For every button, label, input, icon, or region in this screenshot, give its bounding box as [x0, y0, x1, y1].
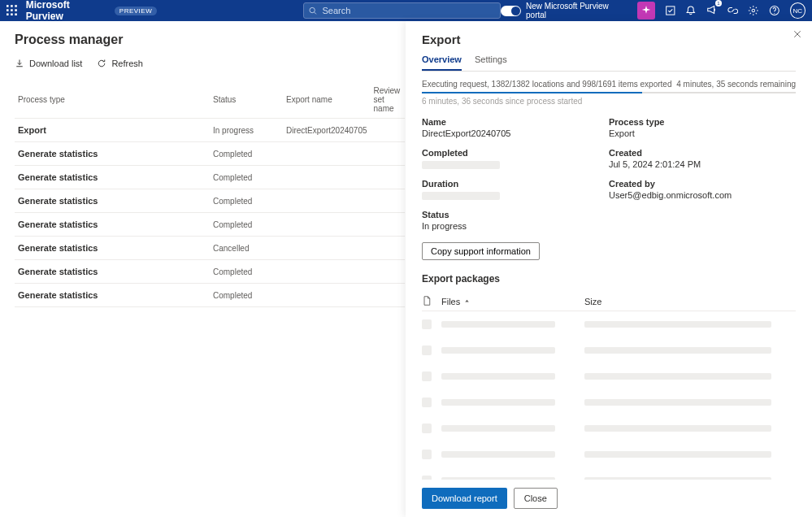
link-icon[interactable]	[727, 5, 739, 16]
sort-asc-icon	[463, 298, 471, 306]
cell-status: Completed	[210, 142, 283, 166]
cell-review-set	[371, 237, 405, 260]
remaining-text: 4 minutes, 35 seconds remaining	[676, 80, 796, 89]
svg-rect-11	[666, 7, 674, 15]
app-header: Microsoft Purview PREVIEW New Microsoft …	[0, 0, 812, 21]
cell-process-type: Generate statistics	[15, 284, 210, 307]
table-row[interactable]: Generate statisticsCompleted	[15, 189, 405, 213]
svg-point-14	[774, 13, 775, 14]
cell-export-name	[283, 189, 371, 213]
download-report-button[interactable]: Download report	[422, 488, 507, 509]
process-table: Process type Status Export name Review s…	[15, 81, 405, 307]
search-box[interactable]	[303, 2, 501, 19]
cell-review-set	[371, 142, 405, 166]
tab-overview[interactable]: Overview	[422, 54, 462, 71]
tab-settings[interactable]: Settings	[475, 54, 507, 71]
cell-process-type: Generate statistics	[15, 260, 210, 284]
table-row[interactable]: ExportIn progressDirectExport20240705	[15, 119, 405, 142]
brand-name[interactable]: Microsoft Purview	[26, 0, 108, 22]
process-type-label: Process type	[609, 117, 796, 127]
portal-toggle[interactable]	[501, 6, 521, 16]
copilot-button[interactable]	[637, 2, 654, 20]
file-icon	[422, 296, 432, 306]
table-row[interactable]: Generate statisticsCompleted	[15, 166, 405, 189]
svg-rect-3	[7, 9, 9, 11]
svg-rect-5	[15, 9, 17, 11]
toggle-label: New Microsoft Purview portal	[526, 2, 627, 20]
table-row[interactable]: Generate statisticsCompleted	[15, 260, 405, 284]
copy-support-button[interactable]: Copy support information	[422, 242, 540, 260]
elapsed-text: 6 minutes, 36 seconds since process star…	[422, 97, 796, 106]
feedback-button[interactable]: 1	[706, 4, 718, 18]
svg-point-12	[753, 9, 755, 11]
duration-label: Duration	[422, 179, 609, 189]
file-row	[422, 363, 796, 389]
svg-rect-7	[11, 13, 13, 15]
close-icon	[792, 29, 802, 39]
svg-rect-1	[11, 5, 13, 7]
cell-process-type: Generate statistics	[15, 142, 210, 166]
export-packages-title: Export packages	[422, 273, 796, 285]
progress-text: Executing request, 1382/1382 locations a…	[422, 80, 671, 89]
file-row	[422, 337, 796, 363]
size-column-header[interactable]: Size	[584, 297, 601, 306]
cell-status: Completed	[210, 213, 283, 237]
process-type-value: Export	[609, 128, 796, 138]
table-row[interactable]: Generate statisticsCompleted	[15, 284, 405, 307]
col-review-set[interactable]: Review set name	[371, 81, 405, 119]
cell-review-set	[371, 189, 405, 213]
cell-status: Completed	[210, 284, 283, 307]
preview-badge: PREVIEW	[115, 7, 157, 15]
download-icon	[15, 59, 24, 68]
svg-line-10	[315, 12, 316, 14]
refresh-button[interactable]: Refresh	[97, 59, 143, 68]
user-avatar[interactable]: NC	[790, 2, 805, 19]
cell-export-name	[283, 237, 371, 260]
table-row[interactable]: Generate statisticsCancelled	[15, 237, 405, 260]
file-row	[422, 311, 796, 337]
download-list-label: Download list	[29, 59, 82, 68]
help-icon[interactable]	[769, 5, 780, 16]
cell-export-name	[283, 213, 371, 237]
svg-rect-2	[15, 5, 17, 7]
col-process-type[interactable]: Process type	[15, 81, 210, 119]
svg-point-9	[310, 7, 315, 12]
cell-status: In progress	[210, 119, 283, 142]
table-row[interactable]: Generate statisticsCompleted	[15, 142, 405, 166]
cell-export-name: DirectExport20240705	[283, 119, 371, 142]
status-value: In progress	[422, 221, 609, 231]
cell-export-name	[283, 284, 371, 307]
cell-status: Cancelled	[210, 237, 283, 260]
col-status[interactable]: Status	[210, 81, 283, 119]
created-label: Created	[609, 148, 796, 158]
cell-process-type: Generate statistics	[15, 166, 210, 189]
export-panel: Export Overview Settings Executing reque…	[406, 21, 812, 517]
close-button[interactable]: Close	[514, 488, 558, 509]
gear-icon[interactable]	[748, 5, 759, 16]
duration-shimmer	[422, 192, 500, 200]
name-label: Name	[422, 117, 609, 127]
svg-rect-4	[11, 9, 13, 11]
cell-status: Completed	[210, 166, 283, 189]
progress-bar	[422, 92, 796, 93]
cell-review-set	[371, 119, 405, 142]
table-row[interactable]: Generate statisticsCompleted	[15, 213, 405, 237]
completed-shimmer	[422, 161, 500, 169]
bell-icon[interactable]	[685, 5, 697, 16]
cell-process-type: Export	[15, 119, 210, 142]
col-export-name[interactable]: Export name	[283, 81, 371, 119]
name-value: DirectExport20240705	[422, 128, 609, 138]
waffle-icon[interactable]	[7, 5, 18, 16]
download-list-button[interactable]: Download list	[15, 59, 82, 68]
search-input[interactable]	[322, 6, 494, 15]
cell-process-type: Generate statistics	[15, 213, 210, 237]
created-value: Jul 5, 2024 2:01:24 PM	[609, 159, 796, 169]
files-column-header[interactable]: Files	[441, 297, 584, 306]
diagnostics-icon[interactable]	[665, 5, 676, 16]
file-row	[422, 389, 796, 415]
cell-status: Completed	[210, 260, 283, 284]
file-row	[422, 441, 796, 467]
file-row	[422, 467, 796, 480]
close-panel-button[interactable]	[792, 29, 802, 39]
svg-rect-8	[15, 13, 17, 15]
